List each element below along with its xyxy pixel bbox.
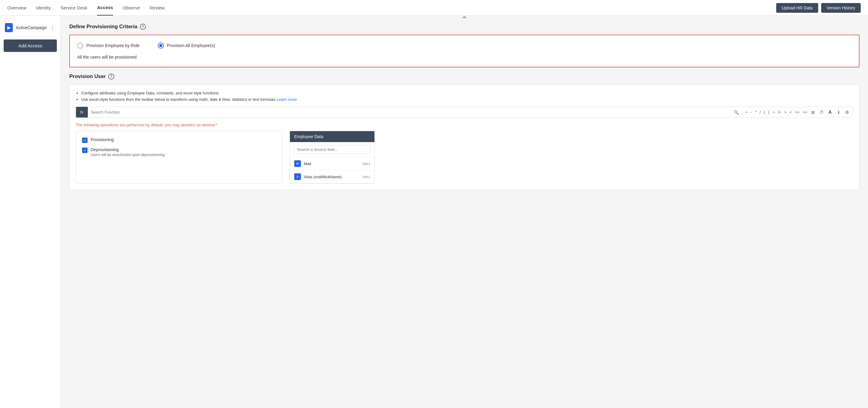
- search-function-input[interactable]: [91, 110, 734, 114]
- search-function-icon: 🔍: [734, 110, 739, 115]
- top-navigation: Overview Identity Service Desk Access Ob…: [0, 0, 868, 16]
- op-minus[interactable]: -: [750, 109, 752, 115]
- provisioning-checkbox-row: ✓ Provisioning: [82, 137, 276, 143]
- define-provisioning-section: Define Provisioning Criteria ? Provision…: [61, 18, 868, 73]
- deprovisioning-sublabel: Users will be deactivated upon deprovisi…: [91, 153, 166, 157]
- radio-employee-by-role[interactable]: Provision Employee by Role: [77, 42, 140, 48]
- employee-data-list: M Mail (abc) A Alias (mailNickName): [290, 157, 374, 183]
- version-history-button[interactable]: Version History: [821, 3, 861, 13]
- check-icon: ✓: [84, 138, 86, 142]
- op-not-equals[interactable]: !=: [777, 109, 782, 115]
- content-inner: Define Provisioning Criteria ? Provision…: [61, 16, 868, 202]
- provisioning-checkbox[interactable]: ✓: [82, 138, 88, 143]
- check-icon-2: ✓: [84, 148, 86, 152]
- provisioning-label: Provisioning: [91, 137, 114, 142]
- nav-observe[interactable]: Observe: [123, 0, 140, 15]
- op-gte[interactable]: >=: [802, 109, 808, 115]
- radio-employee-by-role-label: Provision Employee by Role: [86, 43, 140, 48]
- more-options-icon[interactable]: ⋮: [50, 24, 56, 31]
- fx-button[interactable]: fx: [76, 107, 88, 117]
- sidebar-app-row: ▶ ActiveCampaign ⋮: [4, 21, 57, 35]
- deprovisioning-label-wrap: Deprovisioning Users will be deactivated…: [91, 147, 166, 157]
- radio-employee-by-role-circle[interactable]: [77, 42, 83, 48]
- sidebar: ▶ ActiveCampaign ⋮ Add Access: [0, 16, 61, 408]
- grid-icon[interactable]: ⊞: [810, 109, 816, 116]
- provision-bullets: Configure attributes using Employee Data…: [76, 91, 853, 102]
- ops-required-mark: *: [216, 123, 218, 127]
- op-close-paren[interactable]: ): [767, 109, 770, 115]
- radio-all-employees-circle[interactable]: [158, 42, 164, 48]
- alias-label: Alias (mailNickName): [304, 175, 360, 179]
- search-function-wrap: 🔍: [88, 110, 742, 115]
- nav-overview[interactable]: Overview: [7, 0, 26, 15]
- alias-icon: A: [294, 173, 301, 180]
- upload-hr-data-button[interactable]: Upload HR Data: [776, 3, 818, 13]
- employee-data-header: Employee Data: [290, 131, 374, 142]
- operations-left: ✓ Provisioning ✓: [76, 131, 282, 184]
- settings-icon[interactable]: ⚙: [844, 109, 850, 116]
- mail-label: Mail: [304, 162, 360, 166]
- criteria-description: All the users will be provisioned: [77, 55, 851, 60]
- nav-review[interactable]: Review: [150, 0, 165, 15]
- nav-identity[interactable]: Identity: [36, 0, 51, 15]
- provision-user-label: Provision User: [69, 73, 106, 79]
- op-lte[interactable]: <=: [795, 109, 800, 115]
- provision-user-box: Configure attributes using Employee Data…: [69, 84, 860, 190]
- op-multiply[interactable]: *: [754, 109, 757, 115]
- nav-actions: Upload HR Data Version History: [776, 3, 861, 13]
- operations-label: The following operations are performed b…: [76, 123, 853, 127]
- define-provisioning-help-icon[interactable]: ?: [140, 24, 146, 30]
- mail-icon: M: [294, 160, 301, 167]
- radio-options: Provision Employee by Role Provision All…: [77, 42, 851, 48]
- op-equals[interactable]: =: [772, 109, 776, 115]
- add-access-button[interactable]: Add Access: [4, 39, 57, 52]
- employee-data-search-input[interactable]: [293, 145, 371, 154]
- criteria-box: Provision Employee by Role Provision All…: [69, 35, 860, 67]
- mail-type: (abc): [363, 162, 370, 165]
- info-icon[interactable]: ℹ: [835, 109, 842, 116]
- op-open-paren[interactable]: (: [763, 109, 766, 115]
- nav-access[interactable]: Access: [97, 0, 113, 15]
- toolbar-operators: + - * / ( ) = != > < <= >= ⊞: [742, 109, 853, 116]
- op-divide[interactable]: /: [759, 109, 761, 115]
- employee-data-panel: Employee Data M Mail (abc): [290, 131, 375, 184]
- learn-more-link[interactable]: Learn more: [277, 97, 297, 102]
- radio-all-employees[interactable]: Provision All Employee(s): [158, 42, 215, 48]
- operations-boxes: ✓ Provisioning ✓: [76, 131, 853, 184]
- nav-items: Overview Identity Service Desk Access Ob…: [7, 0, 776, 15]
- provision-user-section: Provision User ? Configure attributes us…: [61, 73, 868, 196]
- op-gt[interactable]: >: [783, 109, 787, 115]
- employee-data-alias[interactable]: A Alias (mailNickName) (abc): [290, 170, 374, 183]
- employee-data-mail[interactable]: M Mail (abc): [290, 157, 374, 170]
- nav-service-desk[interactable]: Service Desk: [60, 0, 87, 15]
- op-plus[interactable]: +: [745, 109, 748, 115]
- deprovisioning-checkbox[interactable]: ✓: [82, 147, 88, 153]
- alias-type: (abc): [363, 175, 370, 178]
- main-layout: ▶ ActiveCampaign ⋮ Add Access Define Pro…: [0, 16, 868, 408]
- app-icon: ▶: [5, 23, 13, 32]
- define-provisioning-label: Define Provisioning Criteria: [69, 24, 137, 30]
- define-provisioning-title: Define Provisioning Criteria ?: [69, 24, 860, 30]
- provisioning-label-wrap: Provisioning: [91, 137, 114, 142]
- provision-bullet-1: Configure attributes using Employee Data…: [81, 91, 853, 95]
- employee-data-search: [290, 142, 374, 157]
- provision-bullet-2: Use excel-style functions from the toolb…: [81, 97, 853, 102]
- clock-icon[interactable]: ⏱: [818, 109, 825, 116]
- radio-all-employees-label: Provision All Employee(s): [167, 43, 215, 48]
- app-name: ActiveCampaign: [16, 25, 47, 30]
- provision-user-title: Provision User ?: [69, 73, 860, 79]
- font-icon[interactable]: A: [827, 109, 833, 116]
- scroll-up-arrow: [462, 16, 467, 18]
- deprovisioning-checkbox-row: ✓ Deprovisioning Users will be deactivat…: [82, 147, 276, 157]
- op-lt[interactable]: <: [789, 109, 793, 115]
- main-content: Define Provisioning Criteria ? Provision…: [61, 16, 868, 408]
- provision-user-help-icon[interactable]: ?: [108, 73, 114, 79]
- function-toolbar: fx 🔍 + - * / ( ) =: [76, 107, 853, 118]
- deprovisioning-label: Deprovisioning: [91, 147, 166, 152]
